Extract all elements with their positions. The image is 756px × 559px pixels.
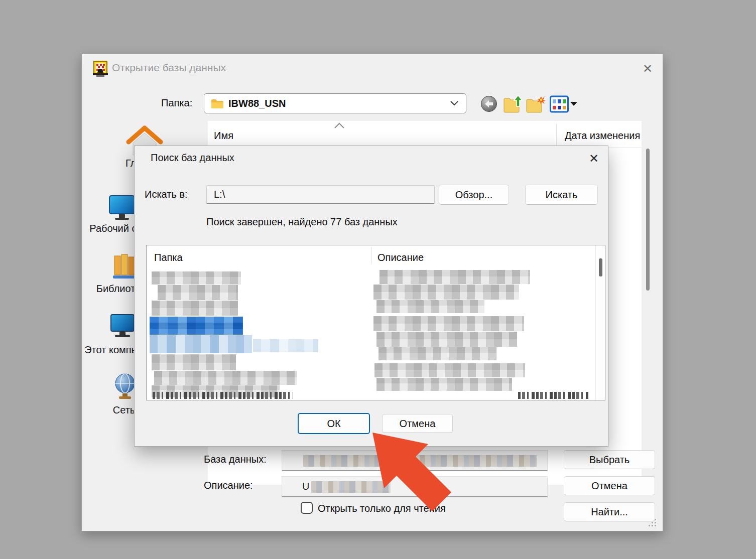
dialog-title: Поиск баз данных [151, 152, 234, 164]
app-icon [92, 61, 109, 78]
sidebar-item-label: Сеть [113, 404, 135, 416]
dialog-titlebar[interactable]: Поиск баз данных ✕ [135, 146, 608, 170]
result-row-redacted[interactable] [158, 285, 238, 300]
folder-combobox[interactable]: IBW88_USN [204, 93, 466, 113]
search-button[interactable]: Искать [525, 185, 598, 205]
result-description-redacted [376, 332, 517, 347]
search-status: Поиск завершен, найдено 77 баз данных [206, 216, 398, 228]
result-row-selected[interactable] [150, 317, 243, 335]
select-button[interactable]: Выбрать [564, 450, 655, 469]
results-scrollbar-thumb[interactable] [599, 258, 602, 276]
description-value-prefix: U [302, 481, 309, 492]
results-scrollbar[interactable] [595, 245, 605, 400]
resize-grip[interactable] [648, 518, 657, 527]
result-row-redacted[interactable] [152, 271, 241, 285]
window-title: Открытие базы данных [112, 62, 226, 74]
result-row-redacted[interactable] [150, 335, 252, 353]
view-menu-caret-icon[interactable] [570, 101, 578, 106]
search-in-label: Искать в: [145, 189, 188, 200]
readonly-checkbox[interactable] [301, 502, 313, 514]
column-header-name[interactable]: Имя [214, 130, 233, 142]
annotation-arrow [350, 430, 465, 525]
folder-label: Папка: [161, 97, 192, 109]
dialog-close-icon[interactable]: ✕ [586, 151, 601, 166]
sort-ascending-icon [334, 122, 345, 129]
result-row-redacted[interactable] [154, 371, 297, 385]
result-row-redacted[interactable] [152, 301, 238, 316]
view-menu-icon[interactable] [550, 95, 570, 114]
browse-button[interactable]: Обзор... [439, 185, 509, 205]
screenshot-stage: Открытие базы данных ✕ Папка: IBW88_USN [0, 0, 756, 559]
results-column-folder[interactable]: Папка [154, 252, 183, 263]
column-divider[interactable] [556, 123, 557, 146]
results-column-divider[interactable] [371, 247, 372, 264]
results-column-description[interactable]: Описание [377, 252, 424, 263]
result-row-redacted[interactable] [253, 339, 318, 352]
window-titlebar[interactable]: Открытие базы данных ✕ [82, 54, 663, 82]
libraries-icon [112, 252, 137, 280]
window-close-icon[interactable]: ✕ [639, 60, 656, 77]
result-description-clipped-text [518, 392, 588, 399]
result-description-redacted [379, 347, 496, 360]
folder-combobox-value: IBW88_USN [228, 98, 286, 109]
description-label: Описание: [204, 480, 253, 491]
computer-icon [109, 312, 136, 339]
database-label: База данных: [204, 454, 267, 465]
file-list-scrollbar[interactable] [646, 149, 650, 291]
find-button[interactable]: Найти... [564, 502, 655, 521]
desktop-icon [108, 194, 136, 222]
search-in-input[interactable]: L:\ [206, 185, 435, 204]
folder-icon [211, 98, 224, 109]
result-description-redacted [376, 378, 512, 391]
result-row-redacted[interactable] [152, 354, 236, 370]
search-databases-dialog: Поиск баз данных ✕ Искать в: L:\ Обзор..… [134, 146, 608, 447]
results-list[interactable]: Папка Описание [146, 245, 605, 400]
chevron-down-icon[interactable] [450, 100, 459, 106]
column-header-date[interactable]: Дата изменения [565, 130, 640, 142]
result-description-redacted [373, 285, 519, 300]
back-icon[interactable] [480, 95, 497, 112]
result-row-clipped-text[interactable] [153, 392, 293, 399]
result-description-redacted [376, 300, 484, 313]
result-description-redacted [374, 363, 525, 377]
result-description-redacted [373, 316, 524, 331]
folder-up-icon[interactable] [503, 93, 523, 114]
new-folder-icon[interactable] [526, 94, 546, 114]
cancel-button[interactable]: Отмена [564, 476, 655, 495]
result-description-redacted [380, 270, 530, 284]
